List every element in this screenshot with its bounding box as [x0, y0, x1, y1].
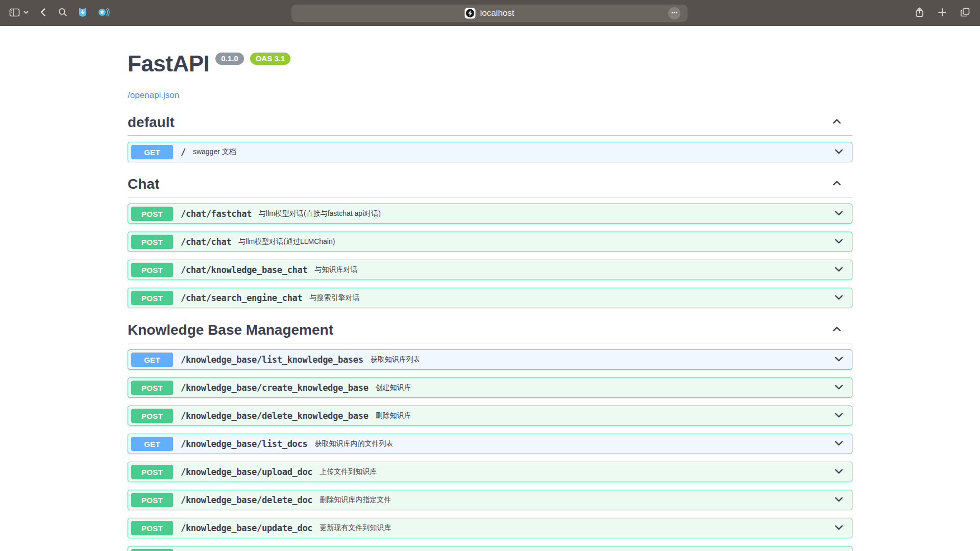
section-title: Chat — [128, 176, 159, 192]
collapse-section-button[interactable] — [831, 178, 842, 190]
chevron-down-icon — [834, 522, 844, 534]
sidebar-menu-chevron-button[interactable] — [23, 9, 29, 17]
method-badge: POST — [131, 381, 173, 395]
method-badge: GET — [131, 437, 173, 451]
chevron-down-icon — [834, 208, 844, 220]
endpoint-path: /knowledge_base/list_docs — [181, 439, 307, 449]
endpoint-row[interactable]: POST/knowledge_base/recreate_vector_stor… — [128, 546, 852, 551]
sidebar-toggle-icon — [9, 7, 20, 19]
method-badge: POST — [131, 291, 173, 305]
method-badge: GET — [131, 145, 173, 159]
expand-endpoint-button[interactable] — [834, 410, 844, 422]
method-badge: POST — [131, 521, 173, 535]
back-button[interactable] — [38, 7, 48, 19]
api-info: FastAPI 0.1.0 OAS 3.1 /openapi.json — [128, 26, 852, 101]
tab-overview-icon — [960, 7, 971, 19]
endpoint-row[interactable]: POST/chat/chat与llm模型对话(通过LLMChain) — [128, 232, 852, 252]
endpoint-row[interactable]: GET/knowledge_base/list_knowledge_bases获… — [128, 349, 852, 370]
endpoint-row[interactable]: POST/chat/knowledge_base_chat与知识库对话 — [128, 260, 852, 280]
chevron-down-icon — [834, 494, 844, 506]
endpoint-path: /chat/chat — [181, 237, 231, 247]
expand-endpoint-button[interactable] — [834, 208, 844, 220]
method-badge: POST — [131, 493, 173, 507]
section-header[interactable]: Knowledge Base Management — [128, 322, 852, 343]
endpoint-list: GET/swagger 文档 — [128, 136, 852, 162]
endpoint-description: 与llm模型对话(直接与fastchat api对话) — [259, 209, 381, 218]
api-section: defaultGET/swagger 文档 — [128, 114, 852, 162]
expand-endpoint-button[interactable] — [834, 466, 844, 478]
expand-endpoint-button[interactable] — [834, 236, 844, 248]
chevron-up-icon — [831, 324, 842, 336]
page-title: FastAPI 0.1.0 OAS 3.1 — [128, 53, 852, 75]
chevron-down-icon — [834, 146, 844, 158]
chevron-down-icon — [834, 382, 844, 394]
method-badge: POST — [131, 409, 173, 423]
endpoint-description: 与知识库对话 — [314, 265, 357, 274]
chevron-down-icon — [834, 410, 844, 422]
chevron-up-icon — [831, 116, 842, 129]
site-favicon-fastapi-icon — [464, 8, 476, 19]
page-settings-button[interactable] — [668, 7, 680, 19]
endpoint-path: / — [181, 147, 186, 157]
extension-shield-icon — [77, 7, 88, 19]
tab-overview-button[interactable] — [960, 7, 971, 19]
endpoint-path: /knowledge_base/create_knowledge_base — [181, 383, 369, 393]
sidebar-toggle-button[interactable] — [9, 7, 20, 19]
endpoint-description: swagger 文档 — [193, 147, 236, 157]
endpoint-row[interactable]: POST/knowledge_base/upload_doc上传文件到知识库 — [128, 462, 852, 482]
ellipsis-icon — [671, 9, 678, 18]
chevron-down-icon — [834, 354, 844, 366]
share-button[interactable] — [914, 7, 925, 19]
collapse-section-button[interactable] — [831, 116, 842, 129]
endpoint-list: GET/knowledge_base/list_knowledge_bases获… — [128, 343, 852, 551]
endpoint-row[interactable]: GET/swagger 文档 — [128, 142, 852, 162]
endpoint-row[interactable]: POST/chat/fastchat与llm模型对话(直接与fastchat a… — [128, 204, 852, 224]
chevron-down-icon — [834, 292, 844, 304]
extension-rings-button[interactable] — [97, 7, 110, 19]
chevron-down-icon — [834, 264, 844, 276]
endpoint-description: 获取知识库内的文件列表 — [314, 439, 393, 448]
endpoint-list: POST/chat/fastchat与llm模型对话(直接与fastchat a… — [128, 197, 852, 308]
section-title: Knowledge Base Management — [128, 322, 333, 338]
endpoint-path: /knowledge_base/upload_doc — [181, 467, 312, 477]
endpoint-description: 删除知识库内指定文件 — [320, 495, 391, 505]
openapi-spec-link[interactable]: /openapi.json — [128, 90, 179, 101]
section-header[interactable]: Chat — [128, 176, 852, 197]
endpoint-row[interactable]: POST/chat/search_engine_chat与搜索引擎对话 — [128, 288, 852, 308]
endpoint-row[interactable]: POST/knowledge_base/update_doc更新现有文件到知识库 — [128, 518, 852, 538]
new-tab-button[interactable] — [937, 7, 947, 19]
expand-endpoint-button[interactable] — [834, 292, 844, 304]
browser-toolbar: localhost — [0, 0, 980, 26]
endpoint-row[interactable]: GET/knowledge_base/list_docs获取知识库内的文件列表 — [128, 434, 852, 454]
method-badge: POST — [131, 235, 173, 249]
expand-endpoint-button[interactable] — [834, 382, 844, 394]
section-header[interactable]: default — [128, 114, 852, 136]
collapse-section-button[interactable] — [831, 324, 842, 336]
endpoint-description: 删除知识库 — [376, 411, 411, 420]
endpoint-description: 获取知识库列表 — [371, 355, 421, 364]
endpoint-row[interactable]: POST/knowledge_base/delete_knowledge_bas… — [128, 406, 852, 426]
endpoint-description: 上传文件到知识库 — [320, 467, 377, 477]
expand-endpoint-button[interactable] — [834, 438, 844, 450]
search-button[interactable] — [58, 7, 68, 19]
method-badge: GET — [131, 353, 173, 367]
expand-endpoint-button[interactable] — [834, 522, 844, 534]
endpoint-description: 更新现有文件到知识库 — [320, 523, 391, 533]
extension-shield-button[interactable] — [77, 7, 88, 19]
chevron-down-icon — [834, 466, 844, 478]
extension-rings-icon — [97, 7, 110, 19]
endpoint-row[interactable]: POST/knowledge_base/delete_doc删除知识库内指定文件 — [128, 490, 852, 510]
share-icon — [914, 7, 925, 19]
endpoint-path: /chat/fastchat — [181, 209, 252, 219]
address-bar[interactable]: localhost — [291, 5, 688, 22]
expand-endpoint-button[interactable] — [834, 146, 844, 158]
expand-endpoint-button[interactable] — [834, 354, 844, 366]
search-icon — [58, 7, 68, 19]
endpoint-path: /chat/knowledge_base_chat — [181, 265, 307, 275]
chevron-down-icon — [834, 438, 844, 450]
method-badge: POST — [131, 549, 173, 551]
endpoint-path: /knowledge_base/list_knowledge_bases — [181, 355, 363, 365]
expand-endpoint-button[interactable] — [834, 264, 844, 276]
endpoint-row[interactable]: POST/knowledge_base/create_knowledge_bas… — [128, 378, 852, 398]
expand-endpoint-button[interactable] — [834, 494, 844, 506]
